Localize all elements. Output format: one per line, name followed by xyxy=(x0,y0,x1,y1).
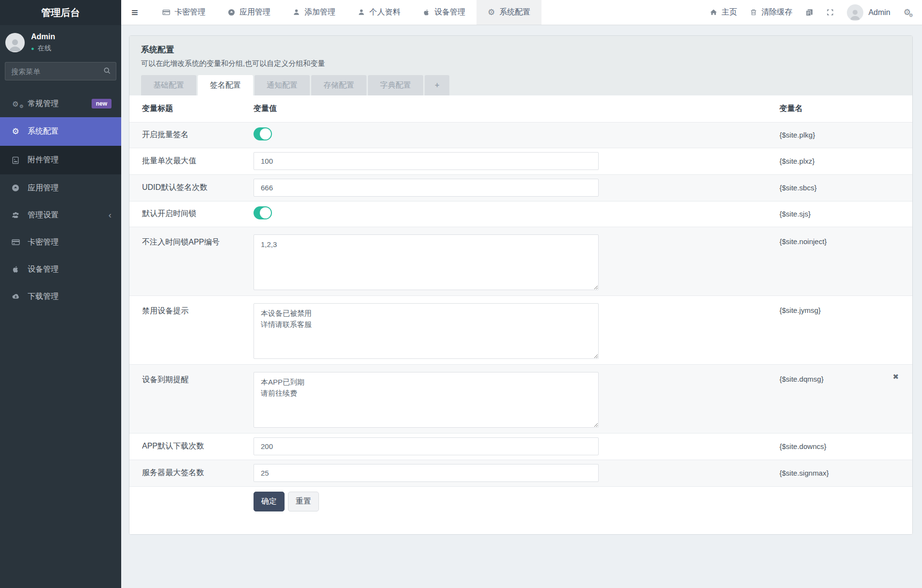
add-tab-button[interactable]: + xyxy=(425,75,449,95)
table-row: 默认开启时间锁 {$site.sjs} xyxy=(129,201,912,227)
reset-button[interactable]: 重置 xyxy=(288,492,319,511)
row-label: UDID默认签名次数 xyxy=(129,174,254,201)
main-area: ≡ 卡密管理 应用管理 xyxy=(121,0,922,588)
table-row: 不注入时间锁APP编号 1,2,3 {$site.noinject} xyxy=(129,227,912,295)
sidebar-group-label: 常规管理 xyxy=(28,99,59,109)
col-header-varname: 变量名 xyxy=(767,95,912,122)
config-table: 变量标题 变量值 变量名 开启批量签名 {$site.plkg} xyxy=(129,95,912,534)
sidebar-nav: ⚙⚙ 常规管理 new ⚙ 系统配置 附件管理 xyxy=(0,90,121,588)
nav-item-app[interactable]: 应用管理 xyxy=(217,0,282,25)
sidebar-group-general[interactable]: ⚙⚙ 常规管理 new xyxy=(0,90,121,117)
actions-row: 确定 重置 xyxy=(129,486,912,534)
sidebar-item-label: 应用管理 xyxy=(28,183,59,193)
copy-docs-button[interactable] xyxy=(805,9,813,16)
sidebar-item-label: 管理设置 xyxy=(28,210,59,220)
noinject-apps-textarea[interactable]: 1,2,3 xyxy=(254,234,599,290)
row-label: APP默认下载次数 xyxy=(129,433,254,460)
tab-notify-config[interactable]: 通知配置 xyxy=(254,75,310,95)
table-row: UDID默认签名次数 {$site.sbcs} xyxy=(129,174,912,201)
table-row: 开启批量签名 {$site.plkg} xyxy=(129,122,912,148)
toggle-knob xyxy=(260,207,271,218)
download-count-input[interactable] xyxy=(254,437,599,455)
circle-caret-icon xyxy=(228,9,235,16)
cogs-icon: ⚙⚙ xyxy=(10,100,21,108)
table-row: 设备到期提醒 本APP已到期 请前往续费 {$site.dqmsg} ✖ xyxy=(129,364,912,433)
row-label: 禁用设备提示 xyxy=(129,295,254,364)
new-badge: new xyxy=(92,99,111,108)
row-label: 开启批量签名 xyxy=(129,122,254,148)
var-name: {$site.plxz} xyxy=(779,157,815,165)
sidebar: 管理后台 Admin ● 在线 ⚙⚙ xyxy=(0,0,121,588)
nav-item-system-config[interactable]: ⚙ 系统配置 xyxy=(477,0,541,25)
sidebar-item-system-config[interactable]: ⚙ 系统配置 xyxy=(0,117,121,146)
var-name: {$site.sbcs} xyxy=(779,184,817,192)
sidebar-item-admin-settings[interactable]: 管理设置 ‹ xyxy=(0,201,121,229)
batch-max-input[interactable] xyxy=(254,152,599,170)
nav-item-label: 添加管理 xyxy=(304,7,335,17)
apple-icon xyxy=(423,9,430,16)
sidebar-search xyxy=(5,62,116,80)
gear-icon: ⚙ xyxy=(488,8,495,16)
var-name: {$site.plkg} xyxy=(779,131,815,139)
sidebar-item-label: 下载管理 xyxy=(28,292,59,302)
row-label: 默认开启时间锁 xyxy=(129,201,254,227)
sidebar-item-card[interactable]: 卡密管理 xyxy=(0,229,121,256)
var-name: {$site.dqmsg} xyxy=(779,375,824,383)
settings-cogs-icon[interactable]: ⚙⚙ xyxy=(904,8,911,16)
trash-icon xyxy=(750,9,757,16)
timelock-toggle[interactable] xyxy=(254,206,272,219)
gear-icon: ⚙ xyxy=(10,127,21,136)
table-row: 禁用设备提示 本设备已被禁用 详情请联系客服 {$site.jymsg} xyxy=(129,295,912,364)
clear-cache-button[interactable]: 清除缓存 xyxy=(750,7,792,17)
table-row: 批量单次最大值 {$site.plxz} xyxy=(129,148,912,174)
sidebar-item-device[interactable]: 设备管理 xyxy=(0,256,121,283)
credit-card-icon xyxy=(10,238,21,246)
sidebar-item-app[interactable]: 应用管理 xyxy=(0,174,121,201)
remove-row-icon[interactable]: ✖ xyxy=(892,373,899,380)
nav-item-label: 应用管理 xyxy=(239,7,270,17)
search-icon[interactable] xyxy=(103,67,111,75)
udid-sign-count-input[interactable] xyxy=(254,179,599,197)
user-status-label: 在线 xyxy=(38,44,51,53)
home-button[interactable]: 主页 xyxy=(710,7,737,17)
nav-item-profile[interactable]: 个人资料 xyxy=(347,0,412,25)
chevron-left-icon[interactable]: ‹ xyxy=(109,210,111,220)
nav-item-device[interactable]: 设备管理 xyxy=(412,0,477,25)
batch-sign-toggle[interactable] xyxy=(254,127,272,140)
var-name: {$site.downcs} xyxy=(779,442,827,450)
nav-item-label: 设备管理 xyxy=(434,7,465,17)
disabled-device-msg-textarea[interactable]: 本设备已被禁用 详情请联系客服 xyxy=(254,303,599,359)
brand-title: 管理后台 xyxy=(0,0,121,25)
tab-storage-config[interactable]: 存储配置 xyxy=(311,75,366,95)
submit-button[interactable]: 确定 xyxy=(254,492,285,511)
sidebar-item-attachment[interactable]: 附件管理 xyxy=(0,146,121,174)
sidebar-item-download[interactable]: 下载管理 xyxy=(0,283,121,310)
page-title: 系统配置 xyxy=(141,44,901,55)
account-menu[interactable]: Admin xyxy=(847,4,890,21)
top-navbar: ≡ 卡密管理 应用管理 xyxy=(121,0,922,25)
nav-item-card[interactable]: 卡密管理 xyxy=(151,0,217,25)
tab-sign-config[interactable]: 签名配置 xyxy=(198,75,253,95)
table-row: APP默认下载次数 {$site.downcs} xyxy=(129,433,912,460)
sidebar-item-label: 设备管理 xyxy=(28,264,59,275)
col-header-value: 变量值 xyxy=(254,95,767,122)
expire-msg-textarea[interactable]: 本APP已到期 请前往续费 xyxy=(254,372,599,428)
nav-item-label: 卡密管理 xyxy=(175,7,206,17)
row-label: 不注入时间锁APP编号 xyxy=(129,227,254,295)
table-header-row: 变量标题 变量值 变量名 xyxy=(129,95,912,122)
row-label: 批量单次最大值 xyxy=(129,148,254,174)
avatar xyxy=(5,33,25,52)
fullscreen-button[interactable] xyxy=(827,9,834,16)
hamburger-icon[interactable]: ≡ xyxy=(131,7,138,18)
account-name: Admin xyxy=(868,8,890,17)
nav-item-label: 个人资料 xyxy=(369,7,400,17)
tab-basic-config[interactable]: 基础配置 xyxy=(141,75,196,95)
server-max-sign-input[interactable] xyxy=(254,464,599,482)
table-row: 服务器最大签名数 {$site.signmax} xyxy=(129,460,912,486)
circle-caret-icon xyxy=(10,184,21,192)
nav-item-add[interactable]: 添加管理 xyxy=(282,0,347,25)
navbar-right: 主页 清除缓存 xyxy=(710,0,922,25)
config-tabs: 基础配置 签名配置 通知配置 存储配置 字典配置 + xyxy=(141,75,901,95)
tab-dict-config[interactable]: 字典配置 xyxy=(368,75,423,95)
menu-search-input[interactable] xyxy=(5,62,116,80)
